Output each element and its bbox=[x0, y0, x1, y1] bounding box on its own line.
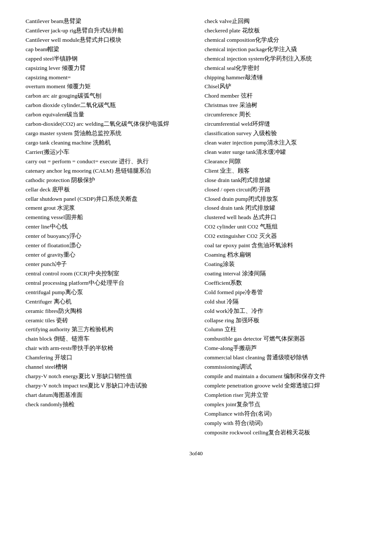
list-item: Clearance 间隙 bbox=[205, 157, 366, 166]
list-item: composite rockwool ceiling复合岩棉天花板 bbox=[205, 428, 366, 437]
list-item: center of floatation漂心 bbox=[26, 241, 187, 250]
list-item: Centrifuger 离心机 bbox=[26, 298, 187, 306]
list-item: CO2 cylinder unit CO2 气瓶组 bbox=[205, 223, 366, 231]
list-item: capsizing lever 倾覆力臂 bbox=[26, 64, 187, 73]
list-item: Chamfering 开坡口 bbox=[26, 353, 187, 362]
list-item: chipping hammer敲渣锤 bbox=[205, 73, 366, 82]
list-item: classification survey 入级检验 bbox=[205, 129, 366, 138]
list-item: commercial blast cleaning 普通级喷砂除锈 bbox=[205, 353, 366, 362]
list-item: coating interval 涂漆间隔 bbox=[205, 269, 366, 278]
list-item: Carrier(搬运)小车 bbox=[26, 148, 187, 157]
list-item: Cantilever jack-up rig悬臂自升式钻井船 bbox=[26, 26, 187, 35]
list-item: carbon arc air gouging碳弧气刨 bbox=[26, 92, 187, 101]
list-item: Client 业主、顾客 bbox=[205, 167, 366, 176]
list-item: cap beam帽梁 bbox=[26, 45, 187, 54]
list-item: Coaming 档水扁钢 bbox=[205, 251, 366, 260]
list-item: cellar deck 底甲板 bbox=[26, 185, 187, 194]
list-item: complex joint复杂节点 bbox=[205, 400, 366, 409]
list-item: Compliance with符合(名词) bbox=[205, 410, 366, 419]
list-item: collapse ring 加强环板 bbox=[205, 316, 366, 325]
list-item: checkered plate 花纹板 bbox=[205, 26, 366, 35]
list-item: Coefficient系数 bbox=[205, 279, 366, 288]
list-item: overturn moment 倾覆力矩 bbox=[26, 82, 187, 91]
list-item: charpy-V notch energy夏比Ｖ形缺口韧性值 bbox=[26, 372, 187, 381]
main-content: Cantilever beam悬臂梁Cantilever jack-up rig… bbox=[26, 17, 366, 437]
list-item: carbon-dioxide(CO2) arc welding二氧化碳气体保护电… bbox=[26, 120, 187, 129]
list-item: chemical composition化学成分 bbox=[205, 36, 366, 45]
list-item: check randomly抽检 bbox=[26, 400, 187, 409]
left-column: Cantilever beam悬臂梁Cantilever jack-up rig… bbox=[26, 17, 200, 437]
list-item: Closed drain pump闭式排放泵 bbox=[205, 195, 366, 204]
list-item: center of gravity重心 bbox=[26, 251, 187, 260]
list-item: complete penetration groove weld 全熔透坡口焊 bbox=[205, 382, 366, 390]
list-item: clustered well heads 丛式井口 bbox=[205, 213, 366, 222]
list-item: chemical seal化学密封 bbox=[205, 64, 366, 73]
list-item: center of buoyancy浮心 bbox=[26, 232, 187, 241]
list-item: cold work冷加工、冷作 bbox=[205, 307, 366, 316]
list-item: chemical injection package化学注入撬 bbox=[205, 45, 366, 54]
list-item: compile and maintain a document 编制和保存文件 bbox=[205, 372, 366, 381]
list-item: carbon equivalent碳当量 bbox=[26, 110, 187, 119]
list-item: chain block 倒链、链滑车 bbox=[26, 335, 187, 344]
list-item: cellar shutdown panel (CSDP)井口系统关断盘 bbox=[26, 195, 187, 204]
list-item: capsizing moment= bbox=[26, 73, 187, 82]
list-item: cementing vessel固井船 bbox=[26, 213, 187, 222]
page: Cantilever beam悬臂梁Cantilever jack-up rig… bbox=[0, 0, 392, 555]
list-item: combustible gas detector 可燃气体探测器 bbox=[205, 335, 366, 344]
list-item: circumferential weld环焊缝 bbox=[205, 120, 366, 129]
list-item: Coating涂装 bbox=[205, 260, 366, 269]
page-number: 3of40 bbox=[26, 450, 366, 457]
list-item: commissioning调试 bbox=[205, 363, 366, 372]
list-item: closed drain tank 闭式排放罐 bbox=[205, 204, 366, 213]
list-item: center punch冲子 bbox=[26, 260, 187, 269]
list-item: Chord member 弦杆 bbox=[205, 92, 366, 101]
list-item: check valve止回阀 bbox=[205, 17, 366, 26]
list-item: cargo master system 货油舱总监控系统 bbox=[26, 129, 187, 138]
list-item: center line中心线 bbox=[26, 223, 187, 231]
list-item: catenary anchor leg mooring (CALM) 悬链锚腿系… bbox=[26, 167, 187, 176]
list-item: CO2 extinguisher CO2 灭火器 bbox=[205, 232, 366, 241]
list-item: carbon dioxide cylinder二氧化碳气瓶 bbox=[26, 101, 187, 110]
list-item: chemical injection system化学药剂注入系统 bbox=[205, 55, 366, 64]
list-item: central processing platform中心处理平台 bbox=[26, 279, 187, 288]
list-item: Column 立柱 bbox=[205, 325, 366, 334]
right-column: check valve止回阀checkered plate 花纹板chemica… bbox=[200, 17, 366, 437]
list-item: certifying authority 第三方检验机构 bbox=[26, 325, 187, 334]
list-item: closed / open circuit闭/开路 bbox=[205, 185, 366, 194]
list-item: Chisel风铲 bbox=[205, 82, 366, 91]
list-item: Come-along手搬葫芦 bbox=[205, 344, 366, 353]
list-item: circumference 周长 bbox=[205, 110, 366, 119]
list-item: cargo tank cleaning machine 洗舱机 bbox=[26, 139, 187, 147]
list-item: chair with arm-rests带扶手的半软椅 bbox=[26, 344, 187, 353]
list-item: comply with 符合(动词) bbox=[205, 419, 366, 428]
list-item: charpy-V notch impact test夏比Ｖ形缺口冲击试验 bbox=[26, 382, 187, 390]
list-item: cathodic protection 阴极保护 bbox=[26, 176, 187, 185]
list-item: coal tar epoxy paint 含焦油环氧涂料 bbox=[205, 241, 366, 250]
list-item: channel steel槽钢 bbox=[26, 363, 187, 372]
list-item: Cantilever well module悬臂式井口模块 bbox=[26, 36, 187, 45]
list-item: chart datum海图基准面 bbox=[26, 391, 187, 400]
list-item: central control room (CCR)中央控制室 bbox=[26, 269, 187, 278]
list-item: Cold formed pipe冷卷管 bbox=[205, 288, 366, 297]
list-item: cold shut 冷隔 bbox=[205, 298, 366, 306]
list-item: clean water injection pump清水注入泵 bbox=[205, 139, 366, 147]
list-item: capped steel半镇静钢 bbox=[26, 55, 187, 64]
list-item: Completion riser 完井立管 bbox=[205, 391, 366, 400]
list-item: close drain tank闭式排放罐 bbox=[205, 176, 366, 185]
list-item: centrifugal pump离心泵 bbox=[26, 288, 187, 297]
list-item: carry out = perform = conduct= execute 进… bbox=[26, 157, 187, 166]
list-item: Cantilever beam悬臂梁 bbox=[26, 17, 187, 26]
list-item: Christmas tree 采油树 bbox=[205, 101, 366, 110]
list-item: clean water surge tank清水缓冲罐 bbox=[205, 148, 366, 157]
list-item: cement grout 水泥浆 bbox=[26, 204, 187, 213]
list-item: ceramic tiles 瓷砖 bbox=[26, 316, 187, 325]
list-item: ceramic fibres防火陶棉 bbox=[26, 307, 187, 316]
